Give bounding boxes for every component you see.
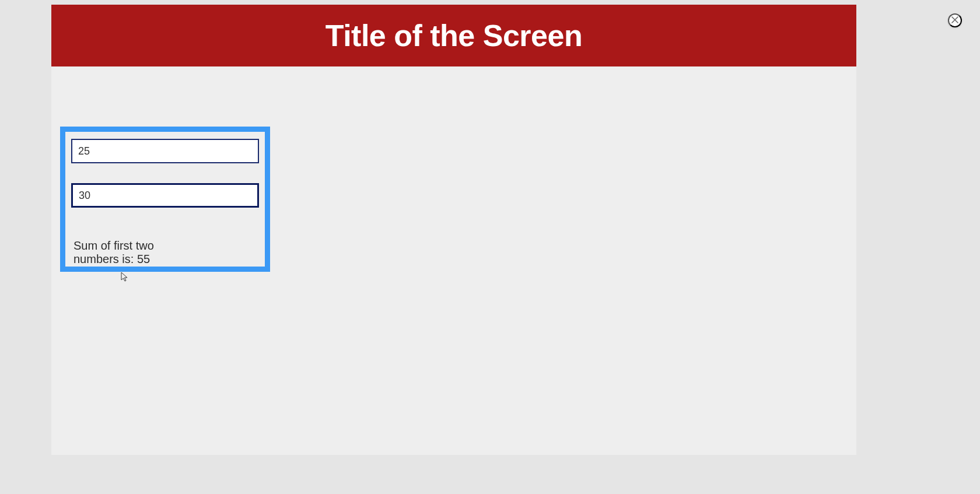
sum-card: Sum of first two numbers is: 55 xyxy=(60,127,270,272)
close-icon xyxy=(951,16,958,25)
page-title: Title of the Screen xyxy=(326,18,582,53)
title-bar: Title of the Screen xyxy=(51,5,856,66)
sum-result-text: Sum of first two numbers is: 55 xyxy=(71,239,176,266)
close-button[interactable] xyxy=(948,13,962,27)
number-input-2[interactable] xyxy=(71,183,259,208)
screen-stage: Title of the Screen Sum of first two num… xyxy=(51,5,856,455)
number-input-1[interactable] xyxy=(71,139,259,163)
